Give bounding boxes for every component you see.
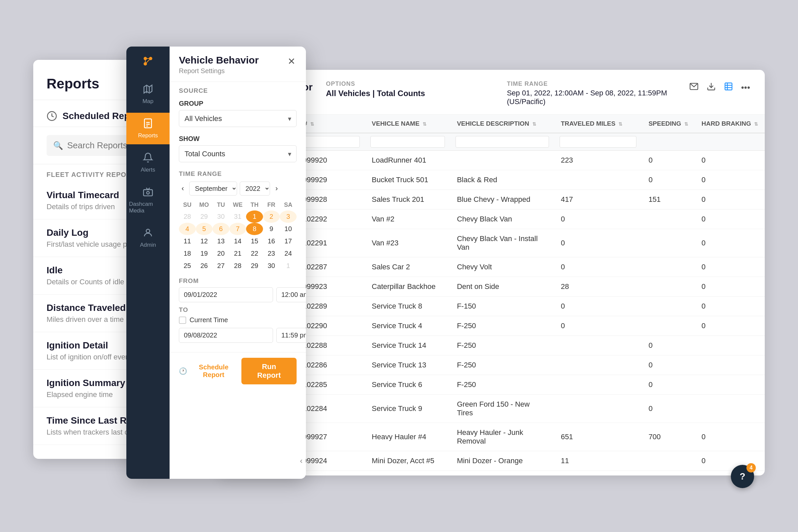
- calendar-day[interactable]: 25: [179, 260, 196, 272]
- run-report-button[interactable]: Run Report: [241, 358, 297, 384]
- calendar-day[interactable]: 28: [179, 210, 196, 223]
- calendar-day[interactable]: 29: [246, 260, 263, 272]
- reports-icon: [142, 118, 153, 130]
- table-cell: [642, 209, 695, 229]
- table-cell: Chevy Black Van - Install Van: [450, 229, 554, 258]
- calendar-day[interactable]: 17: [280, 235, 297, 247]
- table-cell: Van #23: [365, 229, 450, 258]
- calendar-day[interactable]: 13: [212, 235, 229, 247]
- email-report-button[interactable]: [688, 80, 700, 95]
- table-column-header[interactable]: VEHICLE DESCRIPTION ⇅: [450, 115, 554, 133]
- table-cell: 0: [642, 395, 695, 423]
- table-cell: 0: [554, 258, 642, 277]
- svg-rect-19: [725, 83, 732, 90]
- nav-item-alerts[interactable]: Alerts: [126, 147, 170, 178]
- nav-strip: Map Reports Alerts Dashcam Media Admin: [126, 46, 170, 479]
- table-cell: 0: [695, 209, 765, 229]
- calendar-day[interactable]: 8: [246, 223, 263, 235]
- to-date-input[interactable]: [179, 328, 273, 343]
- calendar-day[interactable]: 20: [212, 247, 229, 260]
- table-cell: 0: [554, 229, 642, 258]
- table-column-header[interactable]: HARD BRAKING ⇅: [695, 115, 765, 133]
- calendar-day[interactable]: 1: [246, 210, 263, 223]
- table-column-header[interactable]: VEHICLE NAME ⇅: [365, 115, 450, 133]
- table-cell: F-250: [450, 336, 554, 356]
- calendar-grid: SUMOTUWETHFRSA28293031123456789101112131…: [179, 200, 297, 272]
- calendar-day[interactable]: 23: [263, 247, 280, 260]
- calendar-day[interactable]: 7: [229, 223, 246, 235]
- form-header: Vehicle Behavior Report Settings ✕: [170, 46, 306, 82]
- calendar-day[interactable]: 31: [229, 210, 246, 223]
- month-select[interactable]: September: [189, 182, 237, 195]
- calendar-day-header: SA: [280, 200, 297, 210]
- calendar-day[interactable]: 4: [179, 223, 196, 235]
- view-table-button[interactable]: [723, 80, 735, 95]
- calendar-day[interactable]: 15: [246, 235, 263, 247]
- more-options-button[interactable]: •••: [740, 81, 752, 94]
- calendar-day[interactable]: 28: [229, 260, 246, 272]
- calendar-day[interactable]: 5: [196, 223, 213, 235]
- collapse-panel-button[interactable]: ‹: [300, 456, 303, 466]
- column-filter-input[interactable]: [370, 136, 445, 148]
- prev-month-button[interactable]: ‹: [179, 183, 187, 194]
- help-button[interactable]: ? 4: [731, 465, 754, 488]
- close-button[interactable]: ✕: [286, 55, 297, 68]
- calendar-day[interactable]: 27: [212, 260, 229, 272]
- calendar-day[interactable]: 11: [179, 235, 196, 247]
- column-filter-input[interactable]: [559, 136, 637, 148]
- calendar-day[interactable]: 29: [196, 210, 213, 223]
- nav-item-admin[interactable]: Admin: [126, 222, 170, 254]
- from-label: FROM: [179, 277, 297, 285]
- help-icon: ?: [740, 471, 745, 482]
- table-column-header[interactable]: SPEEDING ⇅: [642, 115, 695, 133]
- table-cell: F-250: [450, 375, 554, 395]
- from-time-input[interactable]: [276, 287, 306, 302]
- calendar-day[interactable]: 1: [280, 260, 297, 272]
- group-select[interactable]: All Vehicles: [179, 110, 297, 127]
- calendar-day[interactable]: 30: [263, 260, 280, 272]
- calendar-day[interactable]: 12: [196, 235, 213, 247]
- table-cell: Chevy Black Van: [450, 209, 554, 229]
- calendar-day[interactable]: 3: [280, 210, 297, 223]
- table-cell: 0: [695, 316, 765, 336]
- calendar-day[interactable]: 30: [212, 210, 229, 223]
- form-area: Vehicle Behavior Report Settings ✕ SOURC…: [170, 46, 306, 479]
- calendar-day[interactable]: 26: [196, 260, 213, 272]
- schedule-report-button[interactable]: 🕐 Schedule Report: [179, 363, 238, 379]
- show-select[interactable]: Total Counts: [179, 145, 297, 162]
- table-cell: 0: [642, 336, 695, 356]
- table-cell: [642, 229, 695, 258]
- calendar-day[interactable]: 18: [179, 247, 196, 260]
- nav-item-reports[interactable]: Reports: [126, 113, 170, 144]
- current-time-checkbox[interactable]: [179, 317, 186, 324]
- table-cell: 0: [642, 375, 695, 395]
- year-select[interactable]: 2022: [240, 182, 270, 195]
- nav-item-dashcam-media[interactable]: Dashcam Media: [126, 181, 170, 220]
- calendar-day[interactable]: 9: [263, 223, 280, 235]
- calendar-day[interactable]: 24: [280, 247, 297, 260]
- calendar-day[interactable]: 10: [280, 223, 297, 235]
- calendar-day[interactable]: 22: [246, 247, 263, 260]
- table-cell: 28: [554, 277, 642, 297]
- clock-icon-small: 🕐: [179, 367, 187, 375]
- table-cell: [642, 277, 695, 297]
- help-badge: 4: [746, 463, 756, 473]
- nav-item-label: Map: [142, 98, 153, 105]
- camera-icon: [142, 187, 153, 199]
- nav-item-map[interactable]: Map: [126, 78, 170, 110]
- column-filter-input[interactable]: [456, 136, 549, 148]
- date-fields: FROM TO Current Time: [170, 277, 306, 352]
- table-column-header[interactable]: TRAVELED MILES ⇅: [554, 115, 642, 133]
- calendar-day[interactable]: 14: [229, 235, 246, 247]
- calendar-day[interactable]: 19: [196, 247, 213, 260]
- calendar-day[interactable]: 16: [263, 235, 280, 247]
- from-date-input[interactable]: [179, 287, 273, 302]
- calendar-day[interactable]: 2: [263, 210, 280, 223]
- calendar-day[interactable]: 6: [212, 223, 229, 235]
- to-time-input[interactable]: [276, 328, 306, 343]
- next-month-button[interactable]: ›: [273, 183, 280, 194]
- calendar-day[interactable]: 21: [229, 247, 246, 260]
- table-cell: Service Truck 9: [365, 395, 450, 423]
- table-cell: Service Truck 8: [365, 297, 450, 316]
- download-report-button[interactable]: [705, 80, 717, 95]
